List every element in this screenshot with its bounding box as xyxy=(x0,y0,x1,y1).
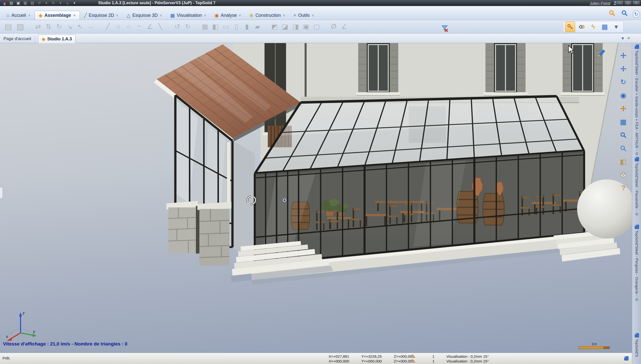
shuttered-window[interactable] xyxy=(483,43,528,95)
stone-pillars[interactable] xyxy=(166,201,231,266)
selection-point[interactable] xyxy=(283,199,286,202)
save-icon[interactable]: ▣ xyxy=(16,1,21,6)
side-tab-0[interactable]: TopSolid'Steel - Escalier + Garde-corps … xyxy=(632,45,641,156)
undo-icon[interactable]: ↺ xyxy=(37,1,42,6)
key-icon[interactable] xyxy=(565,22,575,32)
rib-icon[interactable]: ▮ xyxy=(242,22,252,32)
app-logo-icon[interactable] xyxy=(2,1,7,6)
user-link[interactable]: Julien Poirot xyxy=(590,1,610,5)
curve-icon[interactable]: ~ xyxy=(134,22,144,32)
orbit-view-icon[interactable]: ◉ xyxy=(618,90,628,100)
scale-fill xyxy=(579,347,609,349)
shell-icon[interactable]: ▯ xyxy=(231,22,241,32)
more-tools-icon[interactable]: ▾ xyxy=(611,22,621,32)
undo-menu-icon[interactable]: ▾ xyxy=(44,1,49,6)
arc-icon[interactable]: ∩ xyxy=(113,22,123,32)
ribbon-tab-analyse[interactable]: ◉Analyse» xyxy=(211,11,245,20)
move-view-icon[interactable] xyxy=(618,63,628,74)
ribbon-tab-visualisation[interactable]: ▦Visualisation» xyxy=(166,11,211,20)
render-mode-icon[interactable]: ▣ xyxy=(301,22,311,32)
mirror-icon[interactable]: ◧ xyxy=(210,22,220,32)
close-button[interactable]: × xyxy=(632,1,640,5)
coord-x: X=+027,881 xyxy=(329,354,360,359)
side-tab-2[interactable]: TopSolid'Steel - Pergolas - Orangerie - … xyxy=(632,225,641,302)
link-icon[interactable] xyxy=(577,22,587,32)
sweep-icon[interactable]: ▰ xyxy=(252,22,263,32)
lift-component-icon[interactable]: ⇅ xyxy=(44,22,54,32)
maximize-button[interactable]: ▢ xyxy=(624,1,632,5)
side-tab-3[interactable]: TopSolid'S xyxy=(632,333,641,357)
pattern-icon[interactable]: ▦ xyxy=(200,22,210,32)
chevron-down-icon: » xyxy=(311,14,315,16)
swap-component-icon[interactable]: ↔ xyxy=(86,22,96,32)
tab-label: Studio 1.A.3 xyxy=(47,37,72,42)
close-tab-icon[interactable]: × xyxy=(627,36,630,41)
circle-icon[interactable]: ○ xyxy=(124,22,134,32)
shading-icon[interactable]: ▢ xyxy=(312,22,322,32)
measure-diameter-icon[interactable]: Ø xyxy=(329,22,339,32)
ribbon-tab-outils[interactable]: ×Outils» xyxy=(289,11,318,20)
options-menu-icon[interactable]: ▾ xyxy=(72,1,77,6)
topsolid-window: ▤▣▦▨↺▾↻▾○▾ Studio 1.A.3 [Lecture seule] … xyxy=(0,0,641,364)
rotate-component-icon[interactable]: ↻ xyxy=(54,22,64,32)
measure-angle-icon[interactable]: ∠ xyxy=(339,22,349,32)
shuttered-window[interactable] xyxy=(356,43,400,95)
minimize-button[interactable]: ─ xyxy=(616,1,623,5)
angle-icon[interactable]: ∠ xyxy=(145,22,155,32)
coordinate-system-icons xyxy=(411,354,416,363)
zoom-icon[interactable] xyxy=(618,143,628,154)
zoom-window-icon[interactable] xyxy=(618,130,628,140)
turn-right-icon[interactable]: ↻ xyxy=(183,22,193,32)
redo-icon[interactable]: ↻ xyxy=(51,1,56,6)
about-icon[interactable]: ↻ xyxy=(632,10,640,18)
downpipe[interactable] xyxy=(227,142,230,208)
display-filter-icon[interactable] xyxy=(440,23,450,34)
save-all-icon[interactable]: ▦ xyxy=(23,1,28,6)
print-icon[interactable]: ▨ xyxy=(30,1,35,6)
grid-table-icon[interactable]: ▦ xyxy=(600,22,610,32)
iso-view-icon[interactable]: ◧ xyxy=(618,156,628,167)
options-icon[interactable]: ○ xyxy=(65,1,70,6)
copy-format-icon[interactable]: ▨ xyxy=(15,22,26,32)
block-icon[interactable]: ▭ xyxy=(221,22,231,32)
turn-left-icon[interactable]: ↺ xyxy=(172,22,182,32)
redo-menu-icon[interactable]: ▾ xyxy=(58,1,63,6)
markup-pencil-icon[interactable] xyxy=(597,49,606,57)
line-icon[interactable]: ╱ xyxy=(103,22,113,32)
exploded-view-icon[interactable]: ◩ xyxy=(270,22,280,32)
move-component-icon[interactable]: ⇄ xyxy=(33,22,43,32)
search-documents-icon[interactable] xyxy=(607,8,617,18)
status-corner-icon[interactable] xyxy=(624,356,628,360)
ribbon-tab-esquisse-2d[interactable]: ╱Esquisse 2D» xyxy=(80,11,123,20)
render-palette-icon[interactable] xyxy=(618,170,628,180)
3d-viewport[interactable]: ↻◉▦◧? Vitesse d'affichage : 21,0 im/s - … xyxy=(0,43,632,353)
tab-page-accueil[interactable]: Page d'accueil xyxy=(0,35,35,43)
rotate-view-icon[interactable]: ↻ xyxy=(618,77,628,87)
pan-view-icon[interactable] xyxy=(618,50,628,61)
help-icon[interactable]: ? xyxy=(618,183,628,193)
tab-studio-1a3[interactable]: ◈ Studio 1.A.3 xyxy=(38,35,76,43)
ribbon-tab-construction-icon: ⊕ xyxy=(249,13,253,18)
tab-list-icon[interactable]: ▾ xyxy=(621,36,624,41)
coordinate-icon xyxy=(411,358,416,363)
snap-move-icon[interactable]: ↖ xyxy=(75,22,85,32)
3d-scene[interactable] xyxy=(0,43,632,353)
align-view-icon[interactable] xyxy=(618,103,628,114)
search-icon[interactable] xyxy=(619,8,629,18)
ribbon-tab-accueil[interactable]: ⌂Accueil» xyxy=(3,11,35,20)
document-icon xyxy=(635,45,639,49)
free-move-icon[interactable]: ↘ xyxy=(65,22,75,32)
ribbon-tab-assemblage[interactable]: ◈Assemblage» xyxy=(35,11,80,20)
side-tab-1[interactable]: TopSolid'Steel - Passerelle - © xyxy=(632,157,641,216)
ribbon-tab-construction[interactable]: ⊕Construction» xyxy=(245,11,289,20)
panel-handle[interactable] xyxy=(0,187,3,199)
section-view-icon[interactable]: ◪ xyxy=(280,22,290,32)
ribbon-tab-esquisse-3d[interactable]: △Esquisse 3D» xyxy=(123,11,166,20)
ribbon-tab-label: Construction xyxy=(255,13,281,18)
trim-icon[interactable]: ╲ xyxy=(155,22,165,32)
open-document-icon[interactable]: ▤ xyxy=(9,1,14,6)
multi-view-icon[interactable]: ▦ xyxy=(618,116,628,127)
bolt-icon[interactable]: ϟ xyxy=(588,22,598,32)
paste-icon[interactable]: ▤ xyxy=(3,22,14,32)
display-box-icon[interactable]: ◨ xyxy=(291,22,301,32)
